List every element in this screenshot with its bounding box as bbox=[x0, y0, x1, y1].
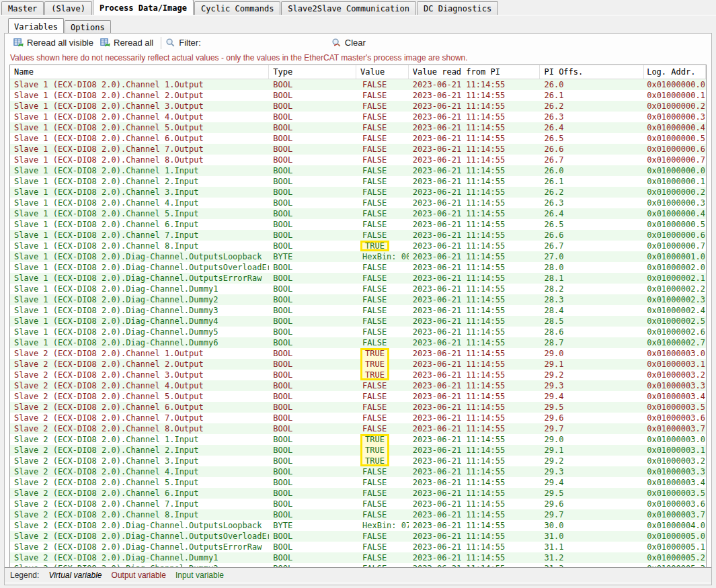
variables-panel: Reread all visible Reread all Filter: bbox=[4, 33, 712, 585]
table-row[interactable]: Slave 1 (ECX-DIO8 2.0).Channel 3.OutputB… bbox=[10, 101, 706, 112]
cell-log-addr: 0x01000004.0 bbox=[644, 520, 706, 531]
tab-slave2slave-communication[interactable]: Slave2Slave Communication bbox=[281, 1, 416, 15]
table-row[interactable]: Slave 2 (ECX-DIO8 2.0).Channel 3.InputBO… bbox=[10, 456, 706, 466]
tab-dc-diagnostics[interactable]: DC Diagnostics bbox=[417, 1, 498, 15]
table-row[interactable]: Slave 1 (ECX-DIO8 2.0).Diag-Channel.Outp… bbox=[10, 273, 706, 284]
table-row[interactable]: Slave 1 (ECX-DIO8 2.0).Channel 4.OutputB… bbox=[10, 112, 706, 122]
table-row[interactable]: Slave 2 (ECX-DIO8 2.0).Channel 4.InputBO… bbox=[10, 466, 706, 477]
cell-value-read-from-pi: 2023-06-21 11:14:55 bbox=[409, 133, 541, 144]
tab-process-data-image[interactable]: Process Data/Image bbox=[93, 0, 194, 15]
table-row[interactable]: Slave 1 (ECX-DIO8 2.0).Diag-Channel.Outp… bbox=[10, 251, 706, 262]
reread-all-button[interactable]: Reread all bbox=[97, 36, 157, 49]
cell-value: HexBin: 07 bbox=[356, 520, 409, 531]
cell-log-addr: 0x01000000.3 bbox=[644, 198, 706, 208]
cell-pi-offset: 26.2 bbox=[540, 187, 644, 198]
table-row[interactable]: Slave 1 (ECX-DIO8 2.0).Channel 1.OutputB… bbox=[10, 79, 706, 90]
table-row[interactable]: Slave 1 (ECX-DIO8 2.0).Channel 7.OutputB… bbox=[10, 144, 706, 155]
cell-log-addr: 0x01000000.5 bbox=[644, 133, 706, 144]
cell-pi-offset: 28.6 bbox=[540, 327, 644, 337]
subtab-variables[interactable]: Variables bbox=[8, 18, 64, 33]
table-row[interactable]: Slave 1 (ECX-DIO8 2.0).Channel 2.OutputB… bbox=[10, 90, 706, 101]
cell-log-addr: 0x01000000.2 bbox=[644, 101, 706, 112]
cell-type: BOOL bbox=[269, 348, 356, 359]
table-row[interactable]: Slave 1 (ECX-DIO8 2.0).Diag-Channel.Dumm… bbox=[10, 327, 706, 337]
table-row[interactable]: Slave 2 (ECX-DIO8 2.0).Diag-Channel.Outp… bbox=[10, 520, 706, 531]
table-row[interactable]: Slave 2 (ECX-DIO8 2.0).Channel 2.InputBO… bbox=[10, 445, 706, 456]
cell-value-read-from-pi: 2023-06-21 11:14:55 bbox=[409, 208, 541, 219]
table-row[interactable]: Slave 2 (ECX-DIO8 2.0).Channel 8.OutputB… bbox=[10, 423, 706, 434]
table-row[interactable]: Slave 2 (ECX-DIO8 2.0).Channel 2.OutputB… bbox=[10, 359, 706, 370]
reread-all-visible-button[interactable]: Reread all visible bbox=[10, 36, 97, 49]
table-row[interactable]: Slave 2 (ECX-DIO8 2.0).Channel 6.InputBO… bbox=[10, 488, 706, 499]
table-row[interactable]: Slave 1 (ECX-DIO8 2.0).Diag-Channel.Dumm… bbox=[10, 316, 706, 327]
cell-value: FALSE bbox=[356, 327, 409, 337]
table-row[interactable]: Slave 1 (ECX-DIO8 2.0).Channel 3.InputBO… bbox=[10, 187, 706, 198]
table-row[interactable]: Slave 1 (ECX-DIO8 2.0).Channel 6.InputBO… bbox=[10, 219, 706, 230]
table-row[interactable]: Slave 1 (ECX-DIO8 2.0).Diag-Channel.Dumm… bbox=[10, 337, 706, 348]
table-row[interactable]: Slave 1 (ECX-DIO8 2.0).Channel 6.OutputB… bbox=[10, 133, 706, 144]
cell-value: FALSE bbox=[356, 79, 409, 90]
table-row[interactable]: Slave 2 (ECX-DIO8 2.0).Channel 5.OutputB… bbox=[10, 391, 706, 402]
table-row[interactable]: Slave 2 (ECX-DIO8 2.0).Diag-Channel.Outp… bbox=[10, 542, 706, 552]
tab-master[interactable]: Master bbox=[1, 1, 44, 15]
table-row[interactable]: Slave 2 (ECX-DIO8 2.0).Diag-Channel.Outp… bbox=[10, 531, 706, 542]
table-row[interactable]: Slave 2 (ECX-DIO8 2.0).Channel 6.OutputB… bbox=[10, 402, 706, 413]
column-header-log-addr[interactable]: Log. Addr. bbox=[644, 65, 706, 79]
table-row[interactable]: Slave 1 (ECX-DIO8 2.0).Channel 5.InputBO… bbox=[10, 208, 706, 219]
column-header-pi-offs[interactable]: PI Offs. bbox=[540, 65, 644, 79]
cell-value: FALSE bbox=[356, 488, 409, 499]
table-row[interactable]: Slave 2 (ECX-DIO8 2.0).Channel 7.InputBO… bbox=[10, 499, 706, 509]
table-row[interactable]: Slave 1 (ECX-DIO8 2.0).Channel 8.OutputB… bbox=[10, 155, 706, 165]
tab-cyclic-commands[interactable]: Cyclic Commands bbox=[194, 1, 280, 15]
cell-pi-offset: 26.6 bbox=[540, 144, 644, 155]
cell-name: Slave 1 (ECX-DIO8 2.0).Channel 5.Input bbox=[10, 208, 269, 219]
table-row[interactable]: Slave 2 (ECX-DIO8 2.0).Channel 5.InputBO… bbox=[10, 477, 706, 488]
filter-input[interactable] bbox=[204, 37, 328, 49]
cell-type: BOOL bbox=[269, 402, 356, 413]
magnifier-icon bbox=[165, 38, 175, 48]
table-row[interactable]: Slave 2 (ECX-DIO8 2.0).Channel 1.OutputB… bbox=[10, 348, 706, 359]
table-row[interactable]: Slave 2 (ECX-DIO8 2.0).Channel 7.OutputB… bbox=[10, 413, 706, 423]
cell-pi-offset: 29.4 bbox=[540, 477, 644, 488]
cell-value: FALSE bbox=[356, 509, 409, 520]
cell-type: BOOL bbox=[269, 542, 356, 552]
cell-log-addr: 0x01000003.5 bbox=[644, 488, 706, 499]
table-row[interactable]: Slave 1 (ECX-DIO8 2.0).Channel 7.InputBO… bbox=[10, 230, 706, 241]
table-row[interactable]: Slave 2 (ECX-DIO8 2.0).Channel 4.OutputB… bbox=[10, 380, 706, 391]
cell-log-addr: 0x01000005.2 bbox=[644, 552, 706, 563]
table-row[interactable]: Slave 2 (ECX-DIO8 2.0).Channel 8.InputBO… bbox=[10, 509, 706, 520]
cell-name: Slave 2 (ECX-DIO8 2.0).Channel 6.Input bbox=[10, 488, 269, 499]
table-row[interactable]: Slave 1 (ECX-DIO8 2.0).Channel 8.InputBO… bbox=[10, 241, 706, 251]
table-row[interactable]: Slave 1 (ECX-DIO8 2.0).Diag-Channel.Outp… bbox=[10, 262, 706, 273]
cell-type: BYTE bbox=[269, 520, 356, 531]
subtab-options[interactable]: Options bbox=[65, 20, 111, 33]
table-row[interactable]: Slave 1 (ECX-DIO8 2.0).Channel 2.InputBO… bbox=[10, 176, 706, 187]
cell-pi-offset: 26.7 bbox=[540, 155, 644, 165]
table-row[interactable]: Slave 1 (ECX-DIO8 2.0).Channel 5.OutputB… bbox=[10, 122, 706, 133]
table-row[interactable]: Slave 1 (ECX-DIO8 2.0).Channel 1.InputBO… bbox=[10, 165, 706, 176]
cell-pi-offset: 29.1 bbox=[540, 445, 644, 456]
cell-value: FALSE bbox=[356, 466, 409, 477]
table-row[interactable]: Slave 2 (ECX-DIO8 2.0).Channel 3.OutputB… bbox=[10, 370, 706, 380]
cell-value: TRUE bbox=[356, 370, 409, 380]
column-header-type[interactable]: Type bbox=[269, 65, 356, 79]
column-header-name[interactable]: Name bbox=[10, 65, 269, 79]
tab-slave[interactable]: (Slave) bbox=[44, 1, 92, 15]
table-row[interactable]: Slave 1 (ECX-DIO8 2.0).Diag-Channel.Dumm… bbox=[10, 284, 706, 294]
cell-name: Slave 1 (ECX-DIO8 2.0).Diag-Channel.Dumm… bbox=[10, 305, 269, 316]
table-row[interactable]: Slave 1 (ECX-DIO8 2.0).Diag-Channel.Dumm… bbox=[10, 305, 706, 316]
cell-pi-offset: 29.0 bbox=[540, 348, 644, 359]
cell-value-read-from-pi: 2023-06-21 11:14:55 bbox=[409, 499, 541, 509]
clear-filter-button[interactable]: Clear bbox=[328, 36, 369, 49]
cell-value-read-from-pi: 2023-06-21 11:14:55 bbox=[409, 262, 541, 273]
cell-type: BOOL bbox=[269, 531, 356, 542]
table-row[interactable]: Slave 2 (ECX-DIO8 2.0).Channel 1.InputBO… bbox=[10, 434, 706, 445]
cell-value: FALSE bbox=[356, 273, 409, 284]
column-header-value[interactable]: Value bbox=[356, 65, 409, 79]
cell-name: Slave 2 (ECX-DIO8 2.0).Channel 2.Input bbox=[10, 445, 269, 456]
table-row[interactable]: Slave 1 (ECX-DIO8 2.0).Channel 4.InputBO… bbox=[10, 198, 706, 208]
table-row[interactable]: Slave 2 (ECX-DIO8 2.0).Diag-Channel.Dumm… bbox=[10, 552, 706, 563]
table-row[interactable]: Slave 1 (ECX-DIO8 2.0).Diag-Channel.Dumm… bbox=[10, 294, 706, 305]
column-header-value-read-from-pi[interactable]: Value read from PI bbox=[409, 65, 541, 79]
cell-pi-offset: 26.0 bbox=[540, 79, 644, 90]
